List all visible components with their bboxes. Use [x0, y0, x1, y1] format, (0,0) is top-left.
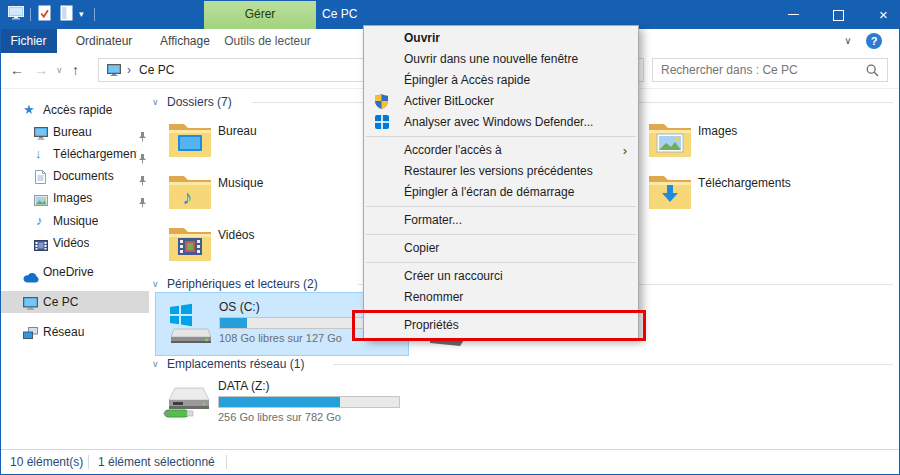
ribbon-collapse-chevron-icon[interactable]: ∨ [838, 29, 858, 53]
folder-name: Vidéos [218, 228, 254, 242]
sidebar-item-bureau[interactable]: Bureau [1, 121, 149, 143]
group-title-dossiers[interactable]: Dossiers (7) [167, 95, 232, 109]
tab-ordinateur[interactable]: Ordinateur [57, 29, 151, 53]
sidebar-item-acces-rapide[interactable]: ★ Accès rapide [1, 99, 149, 121]
breadcrumb-location[interactable]: Ce PC [139, 59, 174, 81]
breadcrumb-separator: › [127, 59, 131, 81]
folder-downloads-icon [648, 172, 692, 210]
sidebar-item-label: Vidéos [53, 232, 89, 254]
sidebar-item-onedrive[interactable]: OneDrive [1, 261, 149, 283]
drive-name: DATA (Z:) [218, 379, 270, 393]
menu-item-label: Épingler à Accès rapide [404, 73, 530, 87]
context-menu: Ouvrir Ouvrir dans une nouvelle fenêtre … [363, 25, 639, 339]
menu-item-ouvrir-nouvelle-fenetre[interactable]: Ouvrir dans une nouvelle fenêtre [364, 49, 638, 70]
up-arrow-icon[interactable]: ↑ [72, 53, 79, 88]
search-icon[interactable] [866, 64, 879, 80]
capacity-bar-fill [219, 397, 340, 407]
computer-icon [23, 295, 38, 317]
drive-tile-data-z[interactable]: DATA (Z:) 256 Go libres sur 782 Go [155, 372, 409, 436]
sidebar-item-label: Images [53, 187, 92, 209]
group-title-reseau[interactable]: Emplacements réseau (1) [167, 357, 304, 371]
folder-name: Musique [218, 176, 263, 190]
network-drive-icon [163, 380, 211, 429]
tab-fichier[interactable]: Fichier [0, 29, 57, 53]
folder-desktop-icon [168, 120, 212, 158]
menu-item-renommer[interactable]: Renommer [364, 287, 638, 308]
chevron-down-icon[interactable]: ∨ [152, 359, 159, 369]
menu-item-label: Ouvrir [404, 31, 440, 45]
sidebar-item-documents[interactable]: Documents [1, 165, 149, 187]
status-separator [226, 455, 227, 469]
sidebar-item-musique[interactable]: ♪ Musique [1, 210, 149, 232]
history-chevron-icon[interactable]: ∨ [56, 53, 63, 88]
annotation-highlight-box [352, 310, 646, 341]
computer-icon[interactable] [8, 6, 24, 23]
folder-pictures-icon [648, 120, 692, 158]
menu-item-activer-bitlocker[interactable]: Activer BitLocker [364, 91, 638, 112]
menu-item-label: Créer un raccourci [404, 269, 503, 283]
status-separator [88, 455, 89, 469]
capacity-bar [218, 396, 400, 408]
menu-item-epingler-acces-rapide[interactable]: Épingler à Accès rapide [364, 70, 638, 91]
group-rule [333, 364, 893, 365]
menu-item-accorder-acces[interactable]: Accorder l'accès à › [364, 140, 638, 161]
sidebar-item-label: Musique [53, 210, 98, 232]
close-button[interactable]: × [861, 0, 900, 29]
qat-customize-chevron-icon[interactable]: ▾ [79, 4, 84, 24]
sidebar-item-label: Documents [53, 165, 114, 187]
menu-item-formater[interactable]: Formater... [364, 210, 638, 231]
search-input[interactable]: Rechercher dans : Ce PC [652, 58, 888, 82]
properties-check-icon[interactable] [38, 5, 51, 24]
sidebar-item-label: Réseau [43, 321, 84, 343]
music-note-icon: ♪ [36, 210, 43, 232]
search-placeholder: Rechercher dans : Ce PC [661, 59, 798, 81]
folder-name: Téléchargements [698, 176, 791, 190]
menu-item-label: Ouvrir dans une nouvelle fenêtre [404, 52, 578, 66]
close-icon: × [879, 6, 888, 23]
chevron-down-icon[interactable]: ∨ [152, 97, 159, 107]
menu-item-label: Accorder l'accès à [404, 143, 502, 157]
new-item-icon[interactable] [60, 5, 73, 24]
menu-item-label: Restaurer les versions précédentes [404, 164, 593, 178]
status-item-count: 10 élément(s) [10, 450, 83, 474]
folder-video-icon [168, 224, 212, 262]
menu-item-copier[interactable]: Copier [364, 238, 638, 259]
maximize-button[interactable] [816, 0, 861, 29]
sidebar-item-ce-pc[interactable]: Ce PC [1, 291, 149, 313]
drive-detail: 108 Go libres sur 127 Go [219, 332, 342, 344]
film-icon [34, 236, 48, 258]
manage-ribbon-tab[interactable]: Gérer [204, 0, 316, 29]
drive-name: OS (C:) [219, 300, 260, 314]
menu-item-label: Analyser avec Windows Defender... [404, 115, 593, 129]
status-selected-count: 1 élément sélectionné [98, 450, 215, 474]
sidebar-item-reseau[interactable]: Réseau [1, 321, 149, 343]
forward-arrow-icon[interactable]: → [34, 53, 48, 88]
menu-item-epingler-ecran-demarrage[interactable]: Épingler à l'écran de démarrage [364, 182, 638, 203]
sidebar-item-videos[interactable]: Vidéos [1, 232, 149, 254]
menu-item-label: Épingler à l'écran de démarrage [404, 185, 574, 199]
folder-name: Images [698, 124, 737, 138]
chevron-down-icon[interactable]: ∨ [152, 279, 159, 289]
tab-outils-de-lecteur[interactable]: Outils de lecteur [219, 29, 316, 53]
tab-affichage[interactable]: Affichage [151, 29, 219, 53]
minimize-button[interactable] [771, 0, 816, 29]
menu-item-restaurer-versions[interactable]: Restaurer les versions précédentes [364, 161, 638, 182]
windows-defender-icon [375, 115, 389, 136]
window-title: Ce PC [322, 0, 357, 29]
menu-item-analyser-windows-defender[interactable]: Analyser avec Windows Defender... [364, 112, 638, 133]
menu-item-label: Renommer [404, 290, 463, 304]
menu-item-creer-raccourci[interactable]: Créer un raccourci [364, 266, 638, 287]
onedrive-cloud-icon [23, 268, 40, 290]
back-arrow-icon[interactable]: ← [10, 53, 24, 88]
group-title-peripheriques[interactable]: Périphériques et lecteurs (2) [167, 277, 318, 291]
quick-access-star-icon: ★ [23, 99, 35, 121]
help-button[interactable]: ? [866, 33, 882, 49]
maximize-icon [833, 10, 844, 21]
minimize-icon [788, 14, 799, 15]
computer-icon [107, 64, 121, 79]
sidebar-item-images[interactable]: Images [1, 187, 149, 209]
sidebar-item-telechargements[interactable]: ↓ Téléchargements [1, 143, 149, 165]
menu-separator [366, 206, 636, 207]
menu-item-ouvrir[interactable]: Ouvrir [364, 28, 638, 49]
capacity-bar-fill [220, 318, 247, 328]
